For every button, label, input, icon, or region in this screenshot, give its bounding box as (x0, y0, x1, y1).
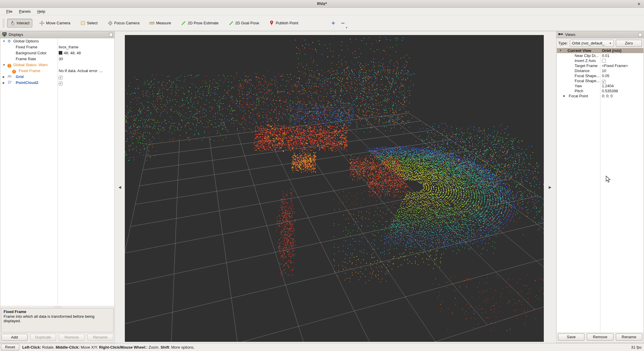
view-row-invert-z-axis[interactable]: Invert Z Axis (557, 58, 643, 63)
toolbar-drag-handle[interactable] (2, 19, 5, 28)
property-value[interactable]: <Fixed Frame> (602, 63, 643, 68)
property-value[interactable]: 48; 48; 48 (59, 50, 114, 56)
views-icon (558, 32, 563, 37)
green-arrow-icon (229, 21, 234, 26)
select-box-icon (80, 21, 85, 26)
rename-display-button[interactable]: Rename (87, 334, 114, 341)
view-type-row: Type: Orbit (rviz_default_ ▼ Zero (557, 38, 644, 48)
rviz-window: { "window": { "title": "RViz*", "close_l… (0, 0, 644, 351)
property-help-box: Fixed Frame Frame into which all data is… (1, 308, 114, 332)
property-value[interactable] (602, 58, 643, 63)
view-row-near-clip-di-[interactable]: Near Clip Di...0.01 (557, 53, 643, 58)
toolbar-overflow-icon[interactable]: ▾ (346, 26, 347, 29)
enable-checkbox[interactable]: ✓ (59, 76, 63, 80)
display-row-global-options[interactable]: ▼⚙Global Options (0, 38, 114, 44)
property-value[interactable]: Orbit (rviz) (602, 48, 643, 53)
collapse-right-icon[interactable]: ▶ (549, 185, 551, 189)
tool-2d-goal-pose[interactable]: 2D Goal Pose (226, 19, 262, 28)
reset-button[interactable]: Reset (1, 344, 19, 350)
remove-tool-button[interactable]: − (338, 20, 347, 27)
views-panel-title: Views (565, 32, 637, 37)
property-value[interactable]: 30 (59, 56, 114, 62)
view-row-current-view[interactable]: ▼Current ViewOrbit (rviz) (557, 48, 643, 53)
property-value[interactable]: livox_frame (59, 44, 114, 50)
view-row-target-frame[interactable]: Target Frame<Fixed Frame> (557, 63, 643, 68)
displays-panel-header[interactable]: Displays (0, 31, 114, 38)
titlebar[interactable]: RViz* ✕ (0, 0, 644, 8)
tool-publish-point[interactable]: Publish Point (266, 19, 301, 28)
view-type-combobox[interactable]: Orbit (rviz_default_ ▼ (570, 40, 614, 47)
close-icon[interactable]: ✕ (636, 1, 642, 7)
property-value[interactable]: ✓ (59, 74, 114, 80)
menu-help[interactable]: Help (34, 8, 49, 15)
duplicate-display-button[interactable]: Duplicate (30, 334, 56, 341)
rename-view-button[interactable]: Rename (616, 333, 642, 341)
displays-panel-float-button[interactable] (109, 33, 113, 36)
tool-interact[interactable]: Interact (7, 19, 32, 28)
tool-focus-camera[interactable]: Focus Camera (105, 19, 142, 28)
property-value[interactable]: 10 (602, 68, 643, 73)
remove-display-button[interactable]: Remove (59, 334, 85, 341)
display-row-background-color[interactable]: Background Color48; 48; 48 (0, 50, 114, 56)
displays-panel: Displays ▼⚙Global OptionsFixed Framelivo… (0, 31, 115, 343)
gear-icon: ⚙ (7, 39, 11, 43)
display-row-global-status-warn[interactable]: ▼!Global Status: Warn (0, 62, 114, 68)
expand-arrow-icon[interactable]: ▼ (3, 62, 5, 68)
collapse-arrow-icon[interactable]: ▶ (3, 74, 5, 80)
tool-move-camera[interactable]: Move Camera (36, 19, 73, 28)
property-value[interactable]: 0.01 (602, 53, 643, 58)
tool-2d-pose-estimate[interactable]: 2D Pose Estimate (178, 19, 221, 28)
tool-select[interactable]: Select (77, 19, 101, 28)
menu-file[interactable]: File (3, 8, 16, 15)
display-row-frame-rate[interactable]: Frame Rate30 (0, 56, 114, 62)
expand-arrow-icon[interactable]: ▼ (559, 48, 562, 53)
view-row-yaw[interactable]: Yaw1.2404 (557, 83, 643, 88)
menu-panels[interactable]: Panels (16, 8, 34, 15)
green-arrow-icon (181, 21, 186, 26)
property-value[interactable]: ✓ (602, 78, 643, 84)
property-value[interactable]: ✓ (59, 80, 114, 86)
view-row-focal-shape-[interactable]: Focal Shape...0.05 (557, 73, 643, 78)
collapse-arrow-icon[interactable]: ▶ (3, 80, 5, 86)
warning-icon: ! (7, 64, 11, 68)
zero-button[interactable]: Zero (616, 40, 642, 47)
property-value[interactable]: 1.2404 (602, 83, 643, 88)
displays-splitter[interactable] (0, 306, 114, 308)
crosshair-icon (108, 21, 113, 26)
remove-view-button[interactable]: Remove (587, 333, 613, 341)
views-panel-float-button[interactable] (638, 33, 642, 36)
render-canvas[interactable] (125, 35, 544, 342)
property-value[interactable]: No tf data. Actual error: ... (59, 68, 114, 74)
save-view-button[interactable]: Save (558, 333, 584, 341)
fps-counter: 31 fps (631, 345, 642, 350)
add-tool-button[interactable]: + (329, 20, 338, 27)
view-row-distance[interactable]: Distance10 (557, 68, 643, 73)
type-label: Type: (558, 41, 568, 45)
warning-icon: ! (12, 70, 16, 74)
collapse-left-icon[interactable]: ◀ (118, 185, 121, 189)
display-row-fixed-frame[interactable]: Fixed Framelivox_frame (0, 44, 114, 50)
view-row-focal-shape-[interactable]: Focal Shape...✓ (557, 78, 643, 83)
tool-measure[interactable]: Measure (146, 19, 174, 28)
menubar: FilePanelsHelp (0, 8, 644, 15)
display-row-pointcloud2[interactable]: ▶PointCloud2✓ (0, 80, 114, 86)
help-body: Frame into which all data is transformed… (4, 314, 94, 323)
display-row-grid[interactable]: ▶Grid✓ (0, 74, 114, 80)
toolbar: InteractMove CameraSelectFocus CameraMea… (0, 15, 644, 31)
view-row-focal-point[interactable]: ▶Focal Point0; 0; 0 (557, 93, 643, 99)
view-type-value: Orbit (rviz_default_ (572, 41, 608, 45)
red-pin-icon (269, 21, 274, 26)
views-panel-header[interactable]: Views (557, 31, 644, 38)
pointcloud-display-icon (7, 80, 12, 84)
display-row-fixed-frame[interactable]: !Fixed FrameNo tf data. Actual error: ..… (0, 68, 114, 74)
property-value[interactable]: 0.05 (602, 73, 643, 78)
property-value[interactable]: 0; 0; 0 (602, 93, 643, 99)
collapse-arrow-icon[interactable]: ▶ (563, 93, 565, 99)
property-checkbox[interactable] (602, 59, 606, 63)
add-display-button[interactable]: Add (1, 334, 28, 341)
expand-arrow-icon[interactable]: ▼ (3, 38, 5, 44)
view-row-pitch[interactable]: Pitch0.535398 (557, 88, 643, 93)
enable-checkbox[interactable]: ✓ (59, 82, 63, 85)
grid-display-icon (7, 75, 12, 78)
property-value[interactable]: 0.535398 (602, 88, 643, 93)
